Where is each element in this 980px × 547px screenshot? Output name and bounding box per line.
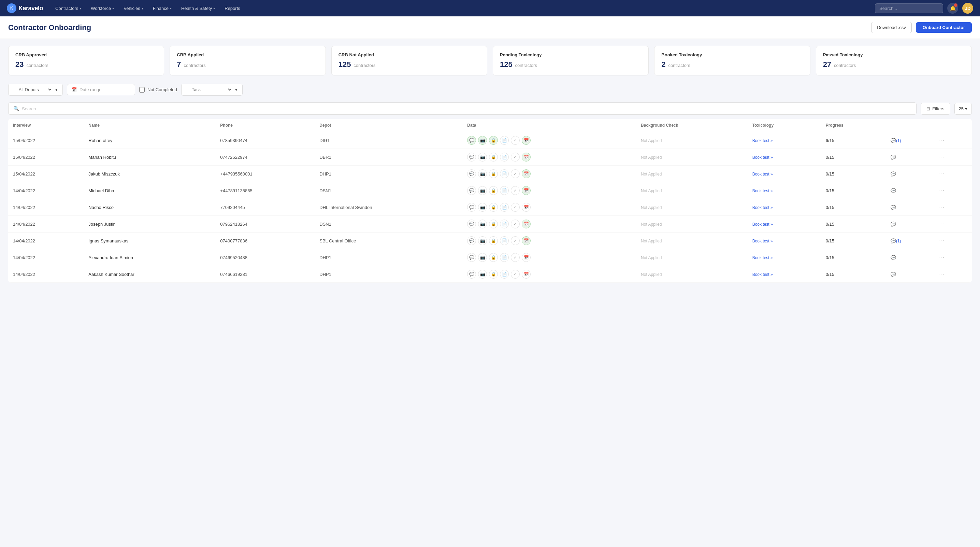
comment-count: (1)	[896, 138, 901, 143]
cell-more-actions[interactable]: ···	[933, 166, 972, 182]
comment-icon[interactable]: 💬	[891, 155, 896, 160]
stat-count: 125	[339, 60, 351, 69]
nav-vehicles[interactable]: Vehicles ▾	[119, 4, 147, 13]
comment-icon[interactable]: 💬	[891, 171, 896, 177]
cell-more-actions[interactable]: ···	[933, 149, 972, 166]
cell-contractor-name: Michael Diba	[84, 182, 215, 199]
cell-data-icons: 💬📷🔒📄✓📅	[462, 249, 636, 266]
nav-contractors[interactable]: Contractors ▾	[51, 4, 85, 13]
comment-icon[interactable]: 💬	[891, 255, 896, 260]
onboard-contractor-button[interactable]: Onboard Contractor	[916, 22, 972, 33]
comment-icon[interactable]: 💬	[891, 205, 896, 210]
cell-data-icons: 💬📷🔒📄✓📅	[462, 166, 636, 182]
cell-contractor-name: Aakash Kumar Soothar	[84, 266, 215, 283]
download-csv-button[interactable]: Download .csv	[871, 22, 912, 33]
not-completed-filter[interactable]: Not Completed	[139, 87, 177, 92]
calendar-icon: 📅	[522, 220, 531, 228]
not-completed-checkbox[interactable]	[139, 87, 145, 92]
chat-icon: 💬	[467, 236, 476, 245]
cell-progress: 0/15	[821, 182, 886, 199]
cell-toxicology[interactable]: Book test »	[748, 233, 821, 249]
cell-progress: 0/15	[821, 266, 886, 283]
nav-workforce[interactable]: Workforce ▾	[87, 4, 118, 13]
cell-background-check: Not Applied	[636, 182, 748, 199]
nav-reports[interactable]: Reports	[220, 4, 244, 13]
page-count-select[interactable]: 25 ▾	[955, 103, 972, 115]
chevron-down-icon: ▾	[965, 106, 967, 111]
cell-comments[interactable]: 💬	[886, 149, 933, 166]
task-filter[interactable]: -- Task -- ▾	[181, 84, 243, 96]
cell-more-actions[interactable]: ···	[933, 249, 972, 266]
cell-toxicology[interactable]: Book test »	[748, 266, 821, 283]
comment-icon[interactable]: 💬	[891, 238, 896, 244]
depot-select[interactable]: -- All Depots --	[13, 87, 52, 92]
cell-data-icons: 💬📷🔒📄✓📅	[462, 199, 636, 216]
comment-icon[interactable]: 💬	[891, 138, 896, 143]
cell-background-check: Not Applied	[636, 132, 748, 149]
col-data: Data	[462, 119, 636, 132]
cell-more-actions[interactable]: ···	[933, 216, 972, 233]
cell-comments[interactable]: 💬(1)	[886, 132, 933, 149]
cell-toxicology[interactable]: Book test »	[748, 199, 821, 216]
navbar-search-input[interactable]	[875, 3, 943, 13]
cell-toxicology[interactable]: Book test »	[748, 249, 821, 266]
stat-card-crb-applied: CRB Applied 7 contractors	[170, 46, 326, 75]
search-row: 🔍 ⊟ Filters 25 ▾	[0, 100, 980, 119]
check-icon: ✓	[511, 220, 520, 228]
comment-icon[interactable]: 💬	[891, 222, 896, 227]
cell-phone: 07466619281	[215, 266, 315, 283]
cell-interview-date: 15/04/2022	[8, 132, 84, 149]
comment-icon[interactable]: 💬	[891, 272, 896, 277]
cell-interview-date: 14/04/2022	[8, 216, 84, 233]
check-icon: ✓	[511, 253, 520, 262]
cell-comments[interactable]: 💬(1)	[886, 233, 933, 249]
stat-label: contractors	[184, 63, 205, 68]
filters-button[interactable]: ⊟ Filters	[921, 103, 950, 115]
stat-card-crb-not-applied: CRB Not Applied 125 contractors	[331, 46, 487, 75]
cell-toxicology[interactable]: Book test »	[748, 149, 821, 166]
depot-filter[interactable]: -- All Depots -- ▾	[8, 84, 63, 96]
nav-health-safety[interactable]: Health & Safety ▾	[177, 4, 219, 13]
cell-comments[interactable]: 💬	[886, 216, 933, 233]
cell-comments[interactable]: 💬	[886, 266, 933, 283]
cell-background-check: Not Applied	[636, 199, 748, 216]
cell-toxicology[interactable]: Book test »	[748, 132, 821, 149]
lock-icon: 🔒	[489, 203, 498, 212]
avatar[interactable]: JD	[962, 3, 973, 14]
cell-data-icons: 💬📷🔒📄✓📅	[462, 216, 636, 233]
col-progress: Progress	[821, 119, 886, 132]
cell-more-actions[interactable]: ···	[933, 132, 972, 149]
search-input[interactable]	[22, 106, 912, 111]
cell-phone: 07472522974	[215, 149, 315, 166]
lock-icon: 🔒	[489, 270, 498, 279]
task-select[interactable]: -- Task --	[186, 87, 232, 92]
cell-comments[interactable]: 💬	[886, 199, 933, 216]
stat-card-booked-toxicology: Booked Toxicology 2 contractors	[654, 46, 810, 75]
cell-depot: DSN1	[315, 216, 462, 233]
cell-more-actions[interactable]: ···	[933, 199, 972, 216]
table-wrap: Interview Name Phone Depot Data Backgrou…	[0, 119, 980, 291]
nav-finance[interactable]: Finance ▾	[149, 4, 176, 13]
cell-phone: 07859390474	[215, 132, 315, 149]
table-row: 15/04/2022 Marian Robitu 07472522974 DBR…	[8, 149, 972, 166]
date-placeholder: Date range	[80, 87, 101, 92]
cell-more-actions[interactable]: ···	[933, 182, 972, 199]
check-icon: ✓	[511, 203, 520, 212]
cell-more-actions[interactable]: ···	[933, 266, 972, 283]
stat-count: 7	[177, 60, 181, 69]
camera-icon: 📷	[478, 236, 487, 245]
cell-comments[interactable]: 💬	[886, 249, 933, 266]
cell-background-check: Not Applied	[636, 249, 748, 266]
stat-card-pending-toxicology: Pending Toxicology 125 contractors	[493, 46, 649, 75]
comment-icon[interactable]: 💬	[891, 188, 896, 193]
cell-toxicology[interactable]: Book test »	[748, 216, 821, 233]
navbar: K Karavelo Contractors ▾ Workforce ▾ Veh…	[0, 0, 980, 16]
notification-icon[interactable]: 🔔	[947, 3, 958, 14]
cell-comments[interactable]: 💬	[886, 166, 933, 182]
cell-toxicology[interactable]: Book test »	[748, 182, 821, 199]
date-range-filter[interactable]: 📅 Date range	[67, 84, 135, 95]
lock-icon: 🔒	[489, 236, 498, 245]
cell-comments[interactable]: 💬	[886, 182, 933, 199]
cell-toxicology[interactable]: Book test »	[748, 166, 821, 182]
cell-more-actions[interactable]: ···	[933, 233, 972, 249]
